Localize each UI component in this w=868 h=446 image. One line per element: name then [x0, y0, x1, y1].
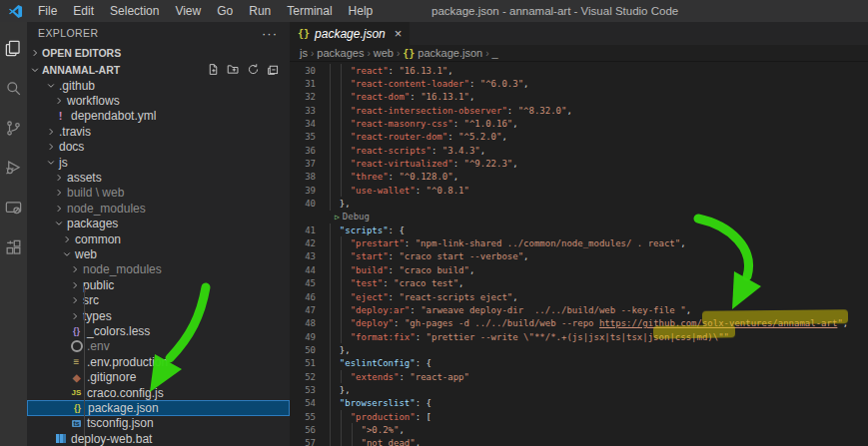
open-editors-section[interactable]: OPEN EDITORS — [27, 44, 290, 61]
refresh-icon[interactable] — [247, 63, 260, 76]
breadcrumb-item-js[interactable]: js — [300, 47, 308, 59]
tree-item-src[interactable]: src — [27, 292, 290, 307]
title-bar: FileEditSelectionViewGoRunTerminalHelp p… — [0, 0, 868, 22]
explorer-more-actions-icon[interactable]: ··· — [262, 26, 278, 41]
line-number: 51 — [290, 358, 329, 368]
tree-item--env[interactable]: .env — [27, 339, 290, 354]
breadcrumb-item-package-json[interactable]: package.json — [418, 47, 482, 59]
line-number: 38 — [290, 172, 329, 182]
json-file-icon: {} — [403, 48, 415, 59]
line-number: 44 — [290, 265, 329, 275]
code-line-44: 44 "build": "craco build", — [290, 263, 868, 276]
tree-item-packages[interactable]: packages — [27, 217, 290, 231]
extensions-icon[interactable] — [0, 227, 27, 267]
line-number: 57 — [290, 438, 329, 446]
activity-bar — [0, 22, 27, 446]
source-control-icon[interactable] — [0, 108, 27, 148]
tree-item-common[interactable]: common — [27, 231, 290, 246]
breadcrumb-item-web[interactable]: web — [374, 47, 394, 59]
code-line-34: 34 "react-masonry-css": "^1.0.16", — [290, 117, 868, 130]
code-line-35: 35 "react-router-dom": "^5.2.0", — [290, 131, 868, 144]
code-line-49: 49 "format:fix": "prettier --write \"**/… — [290, 330, 868, 343]
menu-selection[interactable]: Selection — [102, 0, 167, 22]
breadcrumb-separator: › — [485, 48, 488, 59]
tree-item--env-production[interactable]: ≡.env.production — [27, 354, 290, 369]
code-line-42: 42 "prestart": "npm-link-shared ../commo… — [290, 236, 868, 249]
line-number: 53 — [290, 385, 329, 395]
menu-help[interactable]: Help — [341, 0, 382, 22]
tree-item-public[interactable]: public — [27, 277, 290, 292]
tree-item-build-web[interactable]: build \ web — [27, 186, 290, 201]
line-number: 40 — [290, 199, 329, 209]
menu-terminal[interactable]: Terminal — [279, 0, 340, 22]
menu-edit[interactable]: Edit — [65, 0, 102, 22]
menu-run[interactable]: Run — [241, 0, 279, 22]
code-line-40: 40 }, — [290, 197, 868, 210]
tree-item-node-modules[interactable]: node_modules — [27, 262, 290, 277]
explorer-title: EXPLORER — [38, 27, 98, 39]
line-number: 46 — [290, 292, 329, 302]
tree-item-tsconfig-json[interactable]: tstsconfig.json — [27, 416, 290, 431]
tree-item-js[interactable]: js — [27, 155, 290, 170]
code-line-30: 30 "react": "16.13.1", — [290, 64, 868, 77]
line-number: 33 — [290, 106, 329, 116]
code-line-56: 56 ">0.2%", — [290, 423, 868, 436]
tree-item-package-json[interactable]: {}package.json — [27, 400, 290, 415]
tab-package-json[interactable]: {} package.json × — [290, 22, 410, 45]
line-number: 31 — [290, 79, 329, 89]
vscode-window: FileEditSelectionViewGoRunTerminalHelp p… — [0, 0, 868, 446]
tree-item-web[interactable]: web — [27, 246, 290, 261]
menu-file[interactable]: File — [30, 0, 65, 22]
line-number: 34 — [290, 119, 329, 129]
code-line-48: 48 "deploy": "gh-pages -d ../../build/we… — [290, 317, 868, 330]
explorer-icon[interactable] — [0, 28, 27, 68]
code-editor[interactable]: 30 "react": "16.13.1",31 "react-content-… — [290, 62, 868, 446]
chevron-right-icon — [30, 48, 40, 58]
codelens-debug[interactable]: ▷Debug — [290, 211, 868, 223]
code-line-33: 33 "react-intersection-observer": "^8.32… — [290, 104, 868, 117]
tree-indent-guide — [84, 286, 85, 446]
code-line-55: 55 "production": [ — [290, 410, 868, 423]
tree-item-workflows[interactable]: workflows — [27, 93, 290, 108]
new-folder-icon[interactable] — [227, 63, 240, 76]
code-line-41: 41 "scripts": { — [290, 223, 868, 236]
breadcrumb-separator: › — [311, 48, 314, 59]
run-debug-icon[interactable] — [0, 148, 27, 188]
code-line-32: 32 "react-dom": "16.13.1", — [290, 91, 868, 104]
tree-item--gitignore[interactable]: ◆.gitignore — [27, 369, 290, 384]
tree-item-deploy-web-bat[interactable]: deploy-web.bat — [27, 431, 290, 446]
code-line-53: 53 }, — [290, 383, 868, 396]
code-line-46: 46 "eject": "react-scripts eject", — [290, 290, 868, 303]
tree-item-node-modules[interactable]: node_modules — [27, 201, 290, 216]
new-file-icon[interactable] — [207, 63, 220, 76]
collapse-all-icon[interactable] — [267, 63, 280, 76]
breadcrumb-separator: › — [397, 48, 400, 59]
breadcrumb: js›packages›web›{}package.json›_ — [290, 45, 868, 62]
line-number: 45 — [290, 278, 329, 288]
code-line-52: 52 "extends": "react-app" — [290, 370, 868, 383]
tab-bar: {} package.json × — [290, 22, 868, 45]
menu-view[interactable]: View — [167, 0, 209, 22]
line-number: 43 — [290, 251, 329, 261]
project-root-annamal-art[interactable]: ANNAMAL-ART — [27, 61, 290, 78]
tree-item--travis[interactable]: .travis — [27, 124, 290, 139]
tree-item-assets[interactable]: assets — [27, 170, 290, 185]
tree-item--github[interactable]: .github — [27, 78, 290, 93]
line-number: 49 — [290, 332, 329, 342]
file-tree: .githubworkflows!dependabot.yml.travisdo… — [27, 78, 290, 446]
tree-item-craco-config-js[interactable]: JScraco.config.js — [27, 385, 290, 400]
tree-item-docs[interactable]: docs — [27, 140, 290, 155]
menu-go[interactable]: Go — [209, 0, 241, 22]
line-number: 42 — [290, 238, 329, 248]
line-number: 32 — [290, 92, 329, 102]
json-file-icon: {} — [298, 28, 310, 39]
tree-item--colors-less[interactable]: {}_colors.less — [27, 323, 290, 338]
breadcrumb-item--[interactable]: _ — [491, 47, 497, 59]
tree-item-dependabot-yml[interactable]: !dependabot.yml — [27, 109, 290, 124]
search-icon[interactable] — [0, 68, 27, 108]
remote-explorer-icon[interactable] — [0, 188, 27, 227]
editor-group: {} package.json × js›packages›web›{}pack… — [290, 22, 868, 446]
close-tab-icon[interactable]: × — [395, 26, 403, 41]
breadcrumb-item-packages[interactable]: packages — [317, 47, 364, 59]
tree-item-types[interactable]: types — [27, 308, 290, 323]
